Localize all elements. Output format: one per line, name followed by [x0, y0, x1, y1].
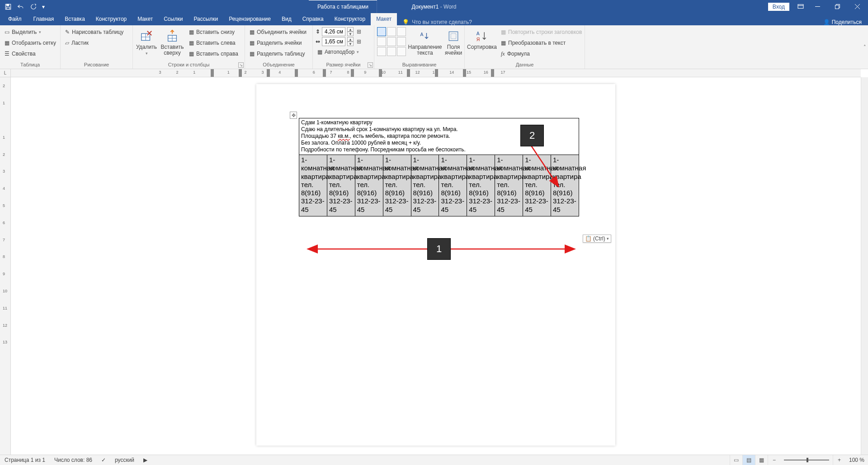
insert-above-button[interactable]: Вставить сверху — [159, 27, 185, 58]
macro-record-icon: ▶ — [143, 457, 147, 463]
tab-references[interactable]: Ссылки — [158, 13, 188, 25]
convert-to-text-button[interactable]: ▦Преобразовать в текст — [499, 38, 584, 48]
save-icon[interactable] — [3, 1, 14, 12]
horizontal-ruler[interactable]: 3211234567891011121314151617 — [11, 69, 861, 77]
svg-rect-18 — [451, 33, 456, 38]
table-move-handle[interactable]: ✥ — [290, 112, 297, 119]
eraser-button[interactable]: ▱Ластик — [63, 38, 130, 48]
tab-table-layout[interactable]: Макет — [371, 13, 397, 25]
tab-home[interactable]: Главная — [28, 13, 60, 25]
zoom-out[interactable]: − — [768, 455, 780, 465]
maximize-button[interactable] — [827, 0, 847, 13]
align-br[interactable] — [397, 47, 406, 56]
collapse-ribbon-icon[interactable]: ˄ — [863, 44, 866, 50]
tear-off-cell[interactable]: 1-комнатная квартира тел. 8(916) 312-23-… — [467, 155, 495, 216]
zoom-slider[interactable] — [784, 460, 829, 460]
tear-off-cell[interactable]: 1-комнатная квартира тел. 8(916) 312-23-… — [383, 155, 411, 216]
view-read-mode[interactable]: ▭ — [730, 455, 742, 465]
select-button[interactable]: ▭Выделить ▾ — [3, 27, 57, 37]
cell-margins-button[interactable]: Поля ячейки — [444, 27, 463, 58]
text-direction-button[interactable]: A Направление текста — [410, 27, 440, 58]
vertical-scrollbar[interactable] — [861, 77, 868, 455]
status-page[interactable]: Страница 1 из 1 — [0, 457, 50, 463]
align-bl[interactable] — [377, 47, 386, 56]
tab-layout[interactable]: Макет — [132, 13, 158, 25]
redo-icon[interactable] — [28, 1, 39, 12]
tear-off-cell[interactable]: 1-комнатная квартира тел. 8(916) 312-23-… — [355, 155, 383, 216]
status-language[interactable]: русский — [110, 457, 139, 463]
align-bc[interactable] — [387, 47, 396, 56]
align-ml[interactable] — [377, 37, 386, 46]
zoom-percent[interactable]: 100 % — [845, 457, 868, 463]
split-table-button[interactable]: ▦Разделить таблицу — [248, 49, 310, 59]
tear-off-cell[interactable]: 1-комнатная квартира тел. 8(916) 312-23-… — [327, 155, 355, 216]
tab-mailings[interactable]: Рассылки — [188, 13, 223, 25]
share-button[interactable]: 👤 Поделиться — [819, 19, 866, 25]
insert-above-icon — [165, 29, 179, 43]
align-tl[interactable] — [377, 27, 386, 36]
svg-rect-3 — [798, 4, 803, 8]
col-width-input[interactable] — [322, 37, 345, 46]
insert-below-button[interactable]: ▦Вставить снизу — [187, 27, 240, 37]
tab-insert[interactable]: Вставка — [59, 13, 90, 25]
view-web-layout[interactable]: ▦ — [755, 455, 768, 465]
formula-button[interactable]: fxФормула — [499, 49, 584, 59]
insert-right-button[interactable]: ▦Вставить справа — [187, 49, 240, 59]
tab-file[interactable]: Файл — [2, 13, 28, 25]
formula-icon: fx — [501, 51, 505, 57]
rows-cols-dialog-launcher[interactable]: ↘ — [238, 62, 244, 68]
view-gridlines-button[interactable]: ▦Отобразить сетку — [3, 38, 57, 48]
vertical-ruler[interactable]: 2112345678910111213 — [0, 77, 11, 455]
delete-button[interactable]: Удалить▾ — [136, 27, 157, 58]
minimize-button[interactable] — [807, 0, 827, 13]
close-button[interactable] — [847, 0, 867, 13]
height-up[interactable]: ▲ — [347, 27, 354, 32]
align-mr[interactable] — [397, 37, 406, 46]
width-down[interactable]: ▼ — [347, 42, 354, 46]
document-area[interactable]: ✥ Сдам 1-комнатную квартируСдаю на длите… — [11, 77, 861, 455]
undo-icon[interactable] — [15, 1, 26, 12]
width-up[interactable]: ▲ — [347, 37, 354, 42]
tab-review[interactable]: Рецензирование — [223, 13, 276, 25]
tear-off-cell[interactable]: 1-комнатная квартира тел. 8(916) 312-23-… — [411, 155, 439, 216]
status-macro[interactable]: ▶ — [139, 457, 152, 463]
cell-size-dialog-launcher[interactable]: ↘ — [368, 62, 373, 68]
qat-dropdown-icon[interactable]: ▾ — [41, 1, 46, 12]
row-height-input[interactable] — [322, 27, 345, 36]
draw-table-button[interactable]: ✎Нарисовать таблицу — [63, 27, 130, 37]
tab-view[interactable]: Вид — [276, 13, 297, 25]
height-down[interactable]: ▼ — [347, 32, 354, 36]
tear-off-cell[interactable]: 1-комнатная квартира тел. 8(916) 312-23-… — [299, 155, 327, 216]
distribute-cols-icon[interactable]: ⊞ — [357, 38, 361, 45]
autofit-button[interactable]: ▦Автоподбор ▾ — [316, 47, 371, 57]
tab-table-design[interactable]: Конструктор — [329, 13, 371, 25]
ruler-corner[interactable]: L — [0, 69, 11, 77]
status-word-count[interactable]: Число слов: 86 — [50, 457, 97, 463]
merge-cells-button[interactable]: ▦Объединить ячейки — [248, 27, 310, 37]
split-cells-button[interactable]: ▦Разделить ячейки — [248, 38, 310, 48]
insert-left-icon: ▦ — [189, 40, 194, 46]
align-tc[interactable] — [387, 27, 396, 36]
tell-me-search[interactable]: 💡 Что вы хотите сделать? — [397, 19, 477, 25]
sort-icon: АЯ — [475, 29, 489, 43]
repeat-header-button[interactable]: ▦Повторить строки заголовков — [499, 27, 584, 37]
insert-left-button[interactable]: ▦Вставить слева — [187, 38, 240, 48]
tear-off-cell[interactable]: 1-комнатная квартира тел. 8(916) 312-23-… — [439, 155, 467, 216]
align-mc[interactable] — [387, 37, 396, 46]
autofit-icon: ▦ — [317, 49, 322, 55]
align-tr[interactable] — [397, 27, 406, 36]
sort-button[interactable]: АЯ Сортировка — [467, 27, 496, 52]
sign-in-button[interactable]: Вход — [768, 3, 789, 11]
tab-design[interactable]: Конструктор — [90, 13, 132, 25]
view-print-layout[interactable]: ▤ — [742, 455, 755, 465]
zoom-in[interactable]: + — [833, 455, 845, 465]
ribbon-display-options-icon[interactable] — [794, 0, 807, 13]
status-spellcheck[interactable]: ✓ — [97, 457, 110, 463]
svg-rect-1 — [7, 4, 9, 6]
distribute-rows-icon[interactable]: ⊞ — [357, 28, 361, 35]
tab-help[interactable]: Справка — [297, 13, 329, 25]
properties-button[interactable]: ☰Свойства — [3, 49, 57, 59]
tear-off-cell[interactable]: 1-комнатная квартира тел. 8(916) 312-23-… — [495, 155, 523, 216]
paste-options-button[interactable]: 📋 (Ctrl) ▾ — [583, 235, 611, 243]
row-height-icon: ⇕ — [316, 28, 320, 35]
